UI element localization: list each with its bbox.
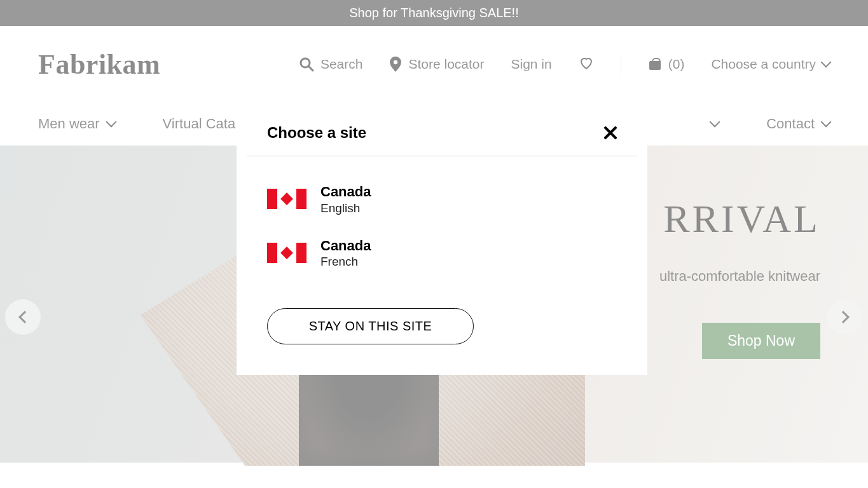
site-option-canada-fr[interactable]: Canada French xyxy=(267,237,617,269)
stay-on-site-button[interactable]: STAY ON THIS SITE xyxy=(267,308,474,344)
modal-header: Choose a site xyxy=(247,124,637,156)
site-option-canada-en[interactable]: Canada English xyxy=(267,183,617,215)
site-language: English xyxy=(320,201,371,215)
flag-canada-icon xyxy=(267,243,307,263)
site-country: Canada xyxy=(320,237,371,255)
site-list: Canada English Canada French xyxy=(247,156,637,308)
site-country: Canada xyxy=(320,183,371,201)
close-icon[interactable] xyxy=(603,126,617,140)
flag-canada-icon xyxy=(267,189,307,209)
site-picker-modal: Choose a site Canada English Canada Fren… xyxy=(237,97,647,375)
modal-title: Choose a site xyxy=(267,124,366,142)
site-language: French xyxy=(320,255,371,269)
